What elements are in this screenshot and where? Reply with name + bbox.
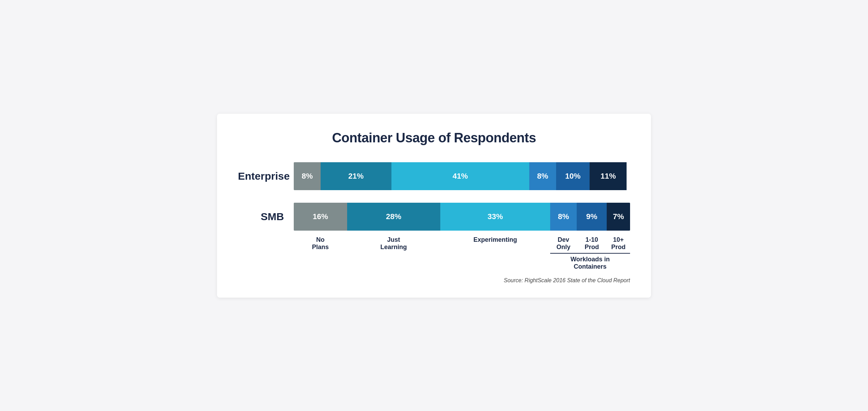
smb-experimenting: 33% bbox=[440, 203, 550, 231]
enterprise-experimenting: 41% bbox=[391, 162, 529, 190]
smb-just-learning: 28% bbox=[347, 203, 440, 231]
smb-label: SMB bbox=[238, 211, 294, 223]
enterprise-label: Enterprise bbox=[238, 170, 294, 182]
enterprise-bar: 8% 21% 41% 8% 10% 11% bbox=[294, 162, 630, 190]
smb-bar: 16% 28% 33% 8% 9% 7% bbox=[294, 203, 630, 231]
axis-labels-row: NoPlans JustLearning Experimenting DevOn… bbox=[238, 236, 630, 270]
chart-title: Container Usage of Respondents bbox=[238, 130, 630, 145]
smb-row: SMB 16% 28% 33% 8% 9% 7% bbox=[238, 203, 630, 231]
axis-just-learning: JustLearning bbox=[347, 236, 440, 251]
chart-container: Container Usage of Respondents Enterpris… bbox=[217, 114, 651, 298]
source-text: Source: RightScale 2016 State of the Clo… bbox=[238, 277, 630, 284]
axis-workloads-group: DevOnly 1-10Prod 10+Prod Workloads inCon… bbox=[550, 236, 630, 270]
workloads-title: Workloads inContainers bbox=[550, 253, 630, 270]
enterprise-just-learning: 21% bbox=[321, 162, 391, 190]
axis-prod-10plus: 10+Prod bbox=[607, 236, 630, 251]
enterprise-row: Enterprise 8% 21% 41% 8% 10% 11% bbox=[238, 162, 630, 190]
enterprise-prod-10plus: 11% bbox=[590, 162, 627, 190]
axis-experimenting: Experimenting bbox=[440, 236, 550, 244]
enterprise-dev-only: 8% bbox=[529, 162, 556, 190]
smb-dev-only: 8% bbox=[550, 203, 577, 231]
axis-no-plans: NoPlans bbox=[294, 236, 347, 251]
smb-no-plans: 16% bbox=[294, 203, 347, 231]
enterprise-prod-1-10: 10% bbox=[556, 162, 590, 190]
smb-prod-1-10: 9% bbox=[577, 203, 607, 231]
smb-prod-10plus: 7% bbox=[607, 203, 630, 231]
workloads-sub-labels: DevOnly 1-10Prod 10+Prod bbox=[550, 236, 630, 251]
axis-prod-1-10: 1-10Prod bbox=[577, 236, 607, 251]
enterprise-no-plans: 8% bbox=[294, 162, 321, 190]
axis-dev-only: DevOnly bbox=[550, 236, 577, 251]
